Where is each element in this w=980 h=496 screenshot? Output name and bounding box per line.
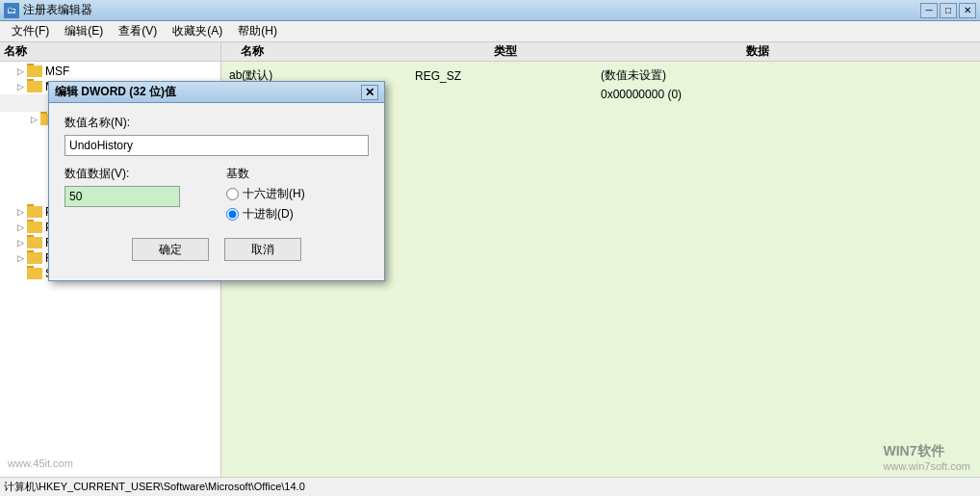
- field-name-label: 数值名称(N):: [64, 115, 369, 131]
- radio-group: 十六进制(H) 十进制(D): [226, 186, 369, 222]
- reg-type: REG_SZ: [415, 69, 601, 83]
- col-type-header: 类型: [475, 43, 728, 60]
- tree-toggle[interactable]: ▷: [13, 205, 27, 219]
- tree-header: 名称: [0, 42, 220, 62]
- dialog-section: 数值数据(V): 基数 十六进制(H) 十进制(D): [64, 166, 369, 222]
- dialog-title-bar: 编辑 DWORD (32 位)值 ✕: [49, 82, 384, 103]
- right-header: 名称 类型 数据: [221, 42, 980, 62]
- tree-toggle[interactable]: ▷: [13, 65, 27, 78]
- folder-icon: [27, 222, 42, 233]
- radio-dec-input[interactable]: [226, 208, 239, 221]
- dialog-left: 数值数据(V):: [64, 166, 207, 222]
- radio-hex-label: 十六进制(H): [243, 186, 305, 202]
- app-icon: 🗂: [4, 3, 19, 18]
- folder-icon: [27, 268, 42, 279]
- dialog-close-button[interactable]: ✕: [361, 85, 378, 100]
- col-name-header: 名称: [221, 43, 475, 60]
- tree-toggle[interactable]: ▷: [13, 251, 27, 265]
- title-bar-buttons: ─ □ ✕: [920, 3, 976, 18]
- dialog-dword[interactable]: 编辑 DWORD (32 位)值 ✕ 数值名称(N): 数值数据(V): 基数 …: [48, 81, 385, 281]
- folder-icon: [27, 65, 42, 77]
- tree-toggle[interactable]: ▷: [27, 113, 40, 126]
- folder-icon: [27, 206, 42, 218]
- status-text: 计算机\HKEY_CURRENT_USER\Software\Microsoft…: [4, 480, 305, 494]
- dialog-title-text: 编辑 DWORD (32 位)值: [55, 84, 176, 100]
- menu-help[interactable]: 帮助(H): [230, 21, 285, 41]
- field-data-label: 数值数据(V):: [64, 166, 207, 182]
- menu-bar: 文件(F) 编辑(E) 查看(V) 收藏夹(A) 帮助(H): [0, 21, 980, 42]
- watermark-url: WIN7软件 www.win7soft.com: [884, 443, 970, 472]
- menu-favorites[interactable]: 收藏夹(A): [165, 21, 230, 41]
- maximize-button[interactable]: □: [940, 3, 957, 18]
- radio-hex-input[interactable]: [226, 188, 239, 200]
- dialog-body: 数值名称(N): 数值数据(V): 基数 十六进制(H): [49, 103, 384, 280]
- folder-icon: [27, 81, 42, 92]
- folder-icon: [27, 252, 42, 264]
- ok-button[interactable]: 确定: [132, 238, 209, 261]
- tree-toggle[interactable]: ▷: [13, 221, 27, 234]
- base-label: 基数: [226, 166, 369, 182]
- close-button[interactable]: ✕: [959, 3, 976, 18]
- tree-item-msf[interactable]: ▷ MSF: [0, 64, 220, 79]
- reg-data: (数值未设置): [601, 67, 972, 84]
- menu-file[interactable]: 文件(F): [4, 21, 57, 41]
- cancel-button[interactable]: 取消: [224, 238, 301, 261]
- watermark-line1: WIN7软件: [884, 443, 970, 460]
- title-bar: 🗂 注册表编辑器 ─ □ ✕: [0, 0, 980, 21]
- menu-view[interactable]: 查看(V): [111, 21, 165, 41]
- folder-icon: [27, 237, 42, 248]
- status-bar: 计算机\HKEY_CURRENT_USER\Software\Microsoft…: [0, 477, 980, 496]
- tree-toggle-empty: [13, 267, 27, 280]
- tree-label: MSF: [45, 65, 69, 78]
- field-name-input[interactable]: [64, 135, 369, 156]
- field-data-input[interactable]: [64, 186, 180, 207]
- radio-hex[interactable]: 十六进制(H): [226, 186, 369, 202]
- col-data-header: 数据: [727, 43, 980, 60]
- watermark-bottom: www.45it.com: [8, 457, 73, 469]
- tree-toggle[interactable]: ▷: [13, 236, 27, 249]
- minimize-button[interactable]: ─: [920, 3, 938, 18]
- radio-dec[interactable]: 十进制(D): [226, 206, 369, 222]
- dialog-buttons: 确定 取消: [64, 238, 369, 269]
- tree-toggle[interactable]: ▷: [13, 80, 27, 93]
- dialog-right: 基数 十六进制(H) 十进制(D): [226, 166, 369, 222]
- reg-data: 0x00000000 (0): [601, 88, 972, 101]
- app-title: 注册表编辑器: [23, 2, 92, 18]
- menu-edit[interactable]: 编辑(E): [57, 21, 111, 41]
- watermark-line2: www.win7soft.com: [884, 460, 970, 472]
- radio-dec-label: 十进制(D): [243, 206, 294, 222]
